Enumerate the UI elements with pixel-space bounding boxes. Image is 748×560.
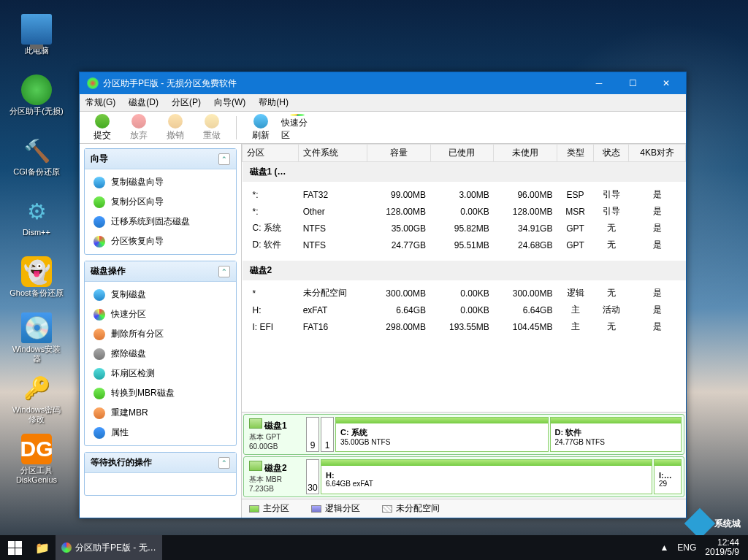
partition-row[interactable]: I: EFIFAT16298.00MB193.55MB104.45MB主无是 — [243, 318, 686, 335]
panel-item[interactable]: 擦除磁盘 — [88, 344, 233, 364]
main-area: 分区文件系统容量已使用未使用类型状态4KB对齐 磁盘1 (…*:FAT3299.… — [242, 144, 686, 518]
taskbar-app-active[interactable]: 分区助手PE版 - 无… — [56, 535, 162, 560]
panel-item[interactable]: 复制磁盘向导 — [88, 172, 233, 192]
legend: 主分区 逻辑分区 未分配空间 — [242, 499, 686, 518]
primary-swatch — [249, 505, 259, 513]
disk-icon — [249, 461, 262, 471]
tray-indicator[interactable]: ▲ — [660, 542, 668, 553]
toolbar-icon — [205, 114, 219, 129]
toolbar-icon — [253, 114, 268, 129]
menu-item[interactable]: 帮助(H) — [259, 96, 289, 109]
column-header[interactable]: 类型 — [557, 145, 593, 162]
toolbar-提交[interactable]: 提交 — [85, 113, 119, 142]
taskbar-explorer[interactable]: 📁 — [29, 535, 56, 560]
toolbar-刷新[interactable]: 刷新 — [244, 113, 278, 142]
desktop-icon[interactable]: 🔨CGI备份还原 — [7, 129, 66, 183]
partition-row[interactable]: *:FAT3299.00MB3.00MB96.00MBESP引导是 — [243, 186, 686, 203]
panel-item[interactable]: 转换到MBR磁盘 — [88, 383, 233, 403]
panel-item[interactable]: 复制分区向导 — [88, 192, 233, 212]
toolbar-icon — [131, 114, 146, 129]
panel-item-icon — [94, 236, 105, 248]
icon: 🔑 — [21, 373, 52, 404]
tiny-partition[interactable]: 9 — [306, 417, 319, 452]
column-header[interactable]: 已使用 — [430, 145, 494, 162]
partition-row[interactable]: D: 软件NTFS24.77GB95.51MB24.68GBGPT无是 — [243, 237, 686, 253]
panel-item[interactable]: 快速分区 — [88, 304, 233, 324]
icon — [21, 74, 52, 105]
panel-item[interactable]: 迁移系统到固态磁盘 — [88, 212, 233, 231]
panel-item[interactable]: 分区恢复向导 — [88, 231, 233, 251]
disk-header-row[interactable]: 磁盘2 — [243, 261, 686, 280]
collapse-icon[interactable]: ⌃ — [218, 153, 230, 165]
partition-block[interactable]: I:…29 — [654, 459, 682, 494]
desktop-icon[interactable]: 🔑Windows密码修改 — [7, 371, 66, 426]
panel-item[interactable]: 属性 — [88, 423, 233, 442]
panel-item-icon — [94, 216, 105, 228]
panel-item[interactable]: 坏扇区检测 — [88, 364, 233, 383]
diskops-panel-title: 磁盘操作 — [91, 265, 126, 277]
tiny-partition[interactable]: 30 — [306, 459, 319, 494]
toolbar-icon — [95, 114, 110, 129]
panel-item-icon — [94, 309, 105, 321]
panel-item[interactable]: 重建MBR — [88, 403, 233, 423]
language-indicator[interactable]: ENG — [677, 542, 696, 553]
panel-item-icon — [94, 388, 105, 399]
partition-block[interactable]: C: 系统35.00GB NTFS — [335, 417, 549, 452]
partition-table[interactable]: 分区文件系统容量已使用未使用类型状态4KB对齐 磁盘1 (…*:FAT3299.… — [242, 144, 686, 412]
column-header[interactable]: 文件系统 — [299, 145, 367, 162]
watermark-icon — [684, 508, 715, 539]
partition-row[interactable]: H:exFAT6.64GB0.00KB6.64GB主活动是 — [243, 302, 686, 318]
close-button[interactable]: ✕ — [649, 72, 683, 94]
clock[interactable]: 12:44 2019/5/9 — [705, 538, 739, 557]
column-header[interactable]: 状态 — [594, 145, 629, 162]
column-header[interactable]: 未使用 — [494, 145, 557, 162]
desktop-icon[interactable]: DG分区工具DiskGenius — [7, 431, 66, 486]
partition-row[interactable]: *未分配空间300.00MB0.00KB300.00MB逻辑无是 — [243, 285, 686, 302]
toolbar: 提交放弃撤销重做刷新快速分区 — [80, 112, 686, 144]
system-tray[interactable]: ▲ ENG 12:44 2019/5/9 — [651, 538, 748, 557]
toolbar-快速分区[interactable]: 快速分区 — [280, 113, 314, 142]
desktop-icon[interactable]: 👻Ghost备份还原 — [7, 250, 66, 304]
icon: 👻 — [21, 256, 52, 287]
column-header[interactable]: 容量 — [367, 145, 430, 162]
pending-panel-title: 等待执行的操作 — [91, 456, 152, 469]
partition-assistant-window: 分区助手PE版 - 无损分区免费软件 ─ ☐ ✕ 常规(G)磁盘(D)分区(P)… — [79, 72, 687, 518]
toolbar-放弃[interactable]: 放弃 — [122, 113, 156, 142]
disk1-row[interactable]: 磁盘1 基本 GPT 60.00GB 91C: 系统35.00GB NTFSD:… — [243, 414, 684, 455]
disk-map: 磁盘1 基本 GPT 60.00GB 91C: 系统35.00GB NTFSD:… — [242, 412, 686, 518]
desktop-icon[interactable]: 此电脑 — [7, 7, 66, 62]
start-button[interactable] — [0, 535, 29, 560]
minimize-button[interactable]: ─ — [582, 72, 616, 94]
menubar: 常规(G)磁盘(D)分区(P)向导(W)帮助(H) — [80, 94, 686, 112]
partition-row[interactable]: *:Other128.00MB0.00KB128.00MBMSR引导是 — [243, 203, 686, 220]
menu-item[interactable]: 常规(G) — [85, 96, 115, 109]
panel-item[interactable]: 删除所有分区 — [88, 324, 233, 344]
logical-swatch — [311, 505, 321, 513]
toolbar-撤销[interactable]: 撤销 — [159, 113, 192, 142]
unalloc-swatch — [382, 505, 392, 513]
disk-header-row[interactable]: 磁盘1 (… — [243, 162, 686, 183]
column-header[interactable]: 分区 — [243, 145, 299, 162]
menu-item[interactable]: 向导(W) — [214, 96, 245, 109]
menu-item[interactable]: 磁盘(D) — [129, 96, 159, 109]
disk-icon — [249, 418, 262, 429]
partition-block[interactable]: D: 软件24.77GB NTFS — [550, 417, 682, 452]
partition-row[interactable]: C: 系统NTFS35.00GB95.82MB34.91GBGPT无是 — [243, 220, 686, 237]
titlebar[interactable]: 分区助手PE版 - 无损分区免费软件 ─ ☐ ✕ — [80, 72, 686, 94]
partition-block[interactable]: H:6.64GB exFAT — [321, 459, 652, 494]
icon: 🔨 — [21, 135, 52, 166]
disk2-row[interactable]: 磁盘2 基本 MBR 7.23GB 30H:6.64GB exFATI:…29 — [243, 456, 684, 497]
desktop-icon[interactable]: ⚙Dism++ — [7, 189, 66, 244]
desktop-icon[interactable]: 分区助手(无损) — [7, 68, 66, 123]
panel-item-icon — [94, 177, 105, 188]
app-icon — [61, 542, 72, 553]
collapse-icon[interactable]: ⌃ — [218, 266, 230, 277]
maximize-button[interactable]: ☐ — [616, 72, 649, 94]
tiny-partition[interactable]: 1 — [321, 417, 334, 452]
desktop-icon[interactable]: 💿Windows安装器 — [7, 310, 66, 365]
panel-item[interactable]: 复制磁盘 — [88, 285, 233, 304]
column-header[interactable]: 4KB对齐 — [629, 145, 686, 162]
menu-item[interactable]: 分区(P) — [172, 96, 201, 109]
toolbar-重做[interactable]: 重做 — [195, 113, 229, 142]
collapse-icon[interactable]: ⌃ — [218, 457, 230, 469]
